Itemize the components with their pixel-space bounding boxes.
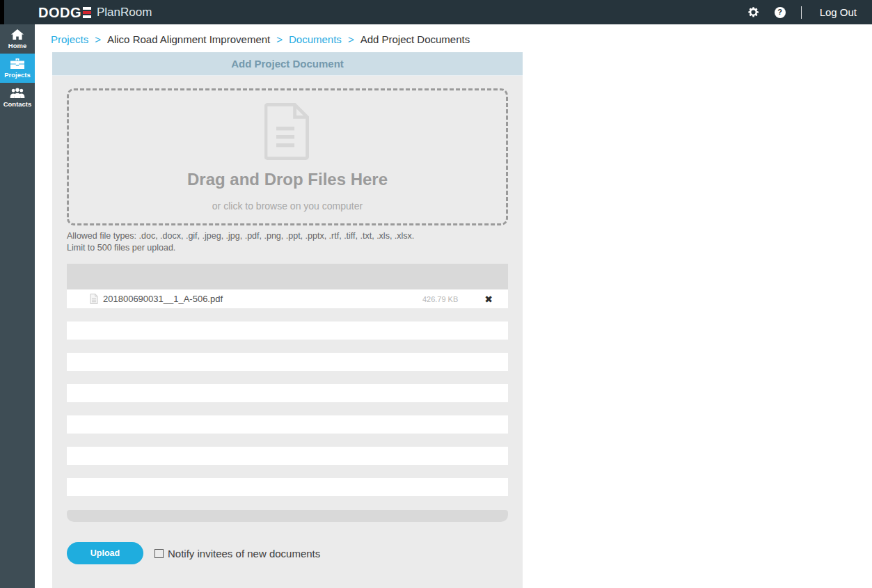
empty-file-row bbox=[67, 353, 508, 371]
breadcrumb-current-page: Add Project Documents bbox=[360, 33, 470, 45]
empty-file-row bbox=[67, 447, 508, 465]
file-list: 201800690031__1_A-506.pdf 426.79 KB ✖ bbox=[67, 264, 508, 522]
left-sidebar: Home Projects Contacts bbox=[0, 24, 35, 588]
home-icon bbox=[11, 29, 24, 40]
file-size: 426.79 KB bbox=[422, 295, 458, 303]
breadcrumb-separator: > bbox=[95, 33, 101, 45]
settings-gear-icon[interactable] bbox=[747, 6, 759, 18]
dodge-e-bars-icon bbox=[83, 7, 91, 18]
breadcrumb-projects[interactable]: Projects bbox=[51, 33, 88, 45]
empty-rows bbox=[67, 321, 508, 496]
dodge-planroom-logo[interactable]: DODG PlanRoom bbox=[38, 6, 152, 19]
empty-file-row bbox=[67, 321, 508, 340]
people-icon bbox=[10, 88, 25, 98]
file-row: 201800690031__1_A-506.pdf 426.79 KB ✖ bbox=[67, 289, 508, 308]
panel-title: Add Project Document bbox=[231, 58, 344, 70]
logout-button[interactable]: Log Out bbox=[817, 6, 857, 18]
notify-option[interactable]: Notify invitees of new documents bbox=[154, 548, 320, 559]
notify-checkbox[interactable] bbox=[154, 549, 164, 558]
empty-file-row bbox=[67, 478, 508, 496]
sidebar-item-home[interactable]: Home bbox=[0, 24, 35, 54]
topbar-divider bbox=[801, 6, 802, 19]
document-icon bbox=[264, 103, 310, 160]
file-name: 201800690031__1_A-506.pdf bbox=[103, 294, 223, 304]
sidebar-item-label: Home bbox=[8, 42, 26, 49]
remove-file-icon[interactable]: ✖ bbox=[484, 294, 493, 304]
upload-limit-line: Limit to 500 files per upload. bbox=[67, 242, 508, 254]
breadcrumb: Projects > Alico Road Alignment Improvem… bbox=[35, 24, 872, 52]
file-icon bbox=[90, 294, 98, 304]
breadcrumb-project-name: Alico Road Alignment Improvement bbox=[107, 33, 270, 45]
actions-row: Upload Notify invitees of new documents bbox=[67, 542, 508, 564]
empty-file-row bbox=[67, 384, 508, 402]
breadcrumb-separator: > bbox=[276, 33, 283, 45]
sidebar-item-projects[interactable]: Projects bbox=[0, 54, 35, 83]
help-icon[interactable]: ? bbox=[775, 7, 786, 18]
logo-text-dodge: DODG bbox=[38, 6, 81, 19]
add-document-panel: Add Project Document Drag and Drop Files… bbox=[52, 52, 523, 588]
dropzone-subtitle: or click to browse on you computer bbox=[212, 200, 363, 212]
breadcrumb-separator: > bbox=[348, 33, 354, 45]
sidebar-item-label: Projects bbox=[4, 71, 31, 79]
help-question-glyph: ? bbox=[775, 7, 786, 18]
allowed-file-types: Allowed file types: .doc, .docx, .gif, .… bbox=[67, 230, 508, 253]
briefcase-icon bbox=[10, 58, 24, 69]
dropzone-title: Drag and Drop Files Here bbox=[187, 170, 388, 189]
sidebar-item-label: Contacts bbox=[3, 100, 32, 108]
main-area: Projects > Alico Road Alignment Improvem… bbox=[35, 24, 872, 588]
allowed-types-line1: Allowed file types: .doc, .docx, .gif, .… bbox=[67, 230, 508, 242]
notify-label: Notify invitees of new documents bbox=[168, 548, 320, 559]
sidebar-item-contacts[interactable]: Contacts bbox=[0, 83, 35, 112]
logo-text-planroom: PlanRoom bbox=[97, 6, 152, 19]
drag-drop-zone[interactable]: Drag and Drop Files Here or click to bro… bbox=[67, 88, 508, 225]
upload-button[interactable]: Upload bbox=[67, 542, 143, 564]
breadcrumb-documents[interactable]: Documents bbox=[289, 33, 342, 45]
panel-header: Add Project Document bbox=[52, 52, 523, 76]
file-list-footer-bar bbox=[67, 510, 508, 522]
gear-icon-svg bbox=[747, 6, 759, 18]
top-bar: DODG PlanRoom ? Log Out bbox=[0, 0, 872, 24]
empty-file-row bbox=[67, 415, 508, 434]
file-list-header-bar bbox=[67, 264, 508, 289]
